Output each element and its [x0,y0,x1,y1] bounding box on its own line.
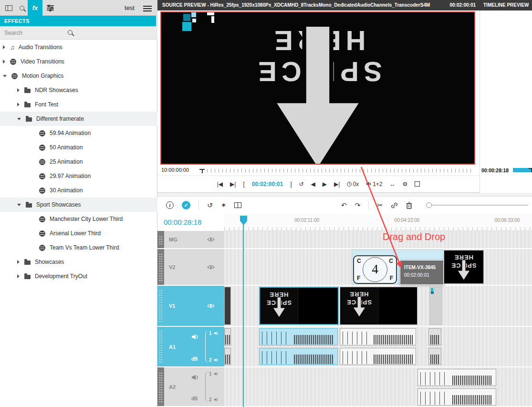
chevron-down-icon[interactable] [3,75,7,77]
tree-item-audio-transitions[interactable]: ♫Audio Transitions [0,40,157,54]
link-icon[interactable] [391,202,398,209]
cut-button[interactable]: ✂ [377,201,383,209]
play-button[interactable]: ▶ [323,181,327,188]
adjust-tool-button[interactable] [44,0,56,16]
tree-item-video-transitions[interactable]: Video Transitions [0,54,157,69]
confirm-button[interactable]: ✓ [182,201,190,209]
clip-splice-2[interactable]: SPLICEHERE [340,287,417,325]
audio-clip-fragment-ch1[interactable] [428,328,441,345]
tree-item-arsenal-lower-third[interactable]: Arsenal Lower Third [0,226,157,240]
jump-end-button[interactable]: ▶| [334,181,340,188]
tree-item-sport-showcases[interactable]: Sport Showcases [0,198,157,212]
audio-routing-button[interactable]: 1+2 [366,181,382,188]
fit-width-button[interactable]: ↔ [389,181,395,188]
track-lane-mg[interactable] [224,231,532,248]
mark-in-button[interactable]: [ [243,181,244,188]
clip-splice-v2[interactable]: SPLICEHERE [444,250,484,284]
menu-button[interactable] [143,4,152,13]
channel-2[interactable]: 2 [209,397,223,402]
trash-icon[interactable] [406,202,412,209]
track-lane-v2[interactable]: SPLICEHERE 4 C C F F ITEM-VX-3845 00:02:… [224,249,532,285]
fullscreen-button[interactable] [415,181,420,188]
step-back-button[interactable]: |◀ [217,181,223,188]
split-view-button[interactable] [234,202,241,208]
info-button[interactable]: i [166,201,174,209]
loop-button[interactable]: ↺ [299,181,304,188]
visibility-eye-icon[interactable] [207,237,215,242]
tree-item-30-animation[interactable]: 30 Animation [0,183,157,198]
chevron-down-icon[interactable] [17,204,21,206]
redo-button[interactable]: ↷ [355,201,361,209]
scrub-playhead-marker[interactable] [199,169,205,170]
visibility-eye-icon[interactable] [207,264,215,270]
jump-start-button[interactable]: ◀ [311,181,315,188]
track-lane-a2[interactable] [224,367,532,406]
reset-button[interactable]: ↺ [207,201,213,209]
playhead-line[interactable] [243,224,244,407]
search-input[interactable] [1,28,68,38]
chevron-right-icon[interactable] [3,45,5,49]
track-drag-handle[interactable] [157,231,164,248]
audio-clip-fragment[interactable] [224,328,231,345]
playhead-t-marker[interactable] [529,168,532,169]
visibility-eye-icon[interactable] [207,303,215,309]
source-scrub-bar[interactable]: 10:00:00:00 [157,165,480,176]
tree-item-development-tryout[interactable]: Development TryOut [0,269,157,283]
track-header-v1[interactable]: V1 [164,286,224,326]
timeline-zoom-slider[interactable] [427,205,528,206]
track-lane-v1[interactable]: SPLICEHERE SPLICEHERE [224,286,532,326]
zoom-slider-handle[interactable] [426,202,432,208]
track-lane-a1[interactable] [224,327,532,366]
audio-clip-fragment-ch2[interactable] [428,348,441,365]
scrub-ruler[interactable] [207,169,474,172]
db-label[interactable]: dB [191,356,198,362]
source-preview-viewer[interactable]: SPLICE HERE [160,11,475,165]
chevron-right-icon[interactable] [17,103,20,106]
tree-item-25-animation[interactable]: 25 Animation [0,155,157,169]
chevron-right-icon[interactable] [17,260,20,264]
channel-1[interactable]: 1 [209,331,223,336]
tree-item-showcases[interactable]: Showcases [0,255,157,269]
effects-tool-button[interactable]: fx [28,0,42,16]
track-header-mg[interactable]: MG [164,231,224,248]
tree-item-50-animation[interactable]: 50 Animation [0,140,157,155]
audio-clip-3-ch1[interactable] [417,369,496,386]
speaker-icon[interactable] [191,374,199,381]
track-header-a1[interactable]: A1 dB 1 2 [164,327,224,366]
chevron-right-icon[interactable] [3,60,5,63]
timeline-ruler[interactable]: 00:00:28:18 00:02:11:00 00:04:22:00 00:0… [157,214,532,231]
clip-fragment[interactable] [224,287,231,325]
tree-item-font-test[interactable]: Font Test [0,97,157,112]
tree-item-manchester-city-lower-third[interactable]: Manchester City Lower Third [0,212,157,226]
track-header-v2[interactable]: V2 [164,249,224,285]
audio-clip-3-ch2[interactable] [417,388,496,406]
clip-fragment-logo[interactable] [429,287,442,325]
effects-quick-button[interactable]: ✶ [221,201,227,209]
audio-clip-2-ch2[interactable] [340,348,416,365]
chevron-down-icon[interactable] [17,118,21,120]
step-forward-button[interactable]: ▶| [230,181,236,188]
db-label[interactable]: dB [191,396,198,401]
audio-clip-1-ch1[interactable] [259,328,338,345]
tree-item-different-framerate[interactable]: Different framerate [0,112,157,126]
audio-clip-2-ch1[interactable] [340,328,416,345]
search-tool-button[interactable] [16,0,28,16]
mark-out-button[interactable]: ] [290,181,292,188]
undo-button[interactable]: ↶ [341,201,347,209]
audio-clip-fragment[interactable] [224,348,231,365]
tree-item-2997-animation[interactable]: 29.97 Animation [0,169,157,183]
layout-grid-button[interactable] [2,0,15,16]
settings-button[interactable]: ⚙ [402,181,407,188]
chevron-right-icon[interactable] [17,274,20,278]
tree-item-5994-animation[interactable]: 59.94 Animation [0,126,157,140]
playback-speed-button[interactable]: 0x [347,181,359,188]
track-drag-handle[interactable] [157,327,164,366]
clip-splice-1[interactable]: SPLICEHERE [259,287,339,325]
track-drag-handle[interactable] [157,367,164,406]
track-drag-handle[interactable] [157,286,164,326]
tree-item-motion-graphics[interactable]: Motion Graphics [0,69,157,83]
track-drag-handle[interactable] [157,249,164,285]
channel-1[interactable]: 1 [209,371,223,376]
track-header-a2[interactable]: A2 dB 1 2 [164,367,224,406]
channel-2[interactable]: 2 [209,357,223,363]
